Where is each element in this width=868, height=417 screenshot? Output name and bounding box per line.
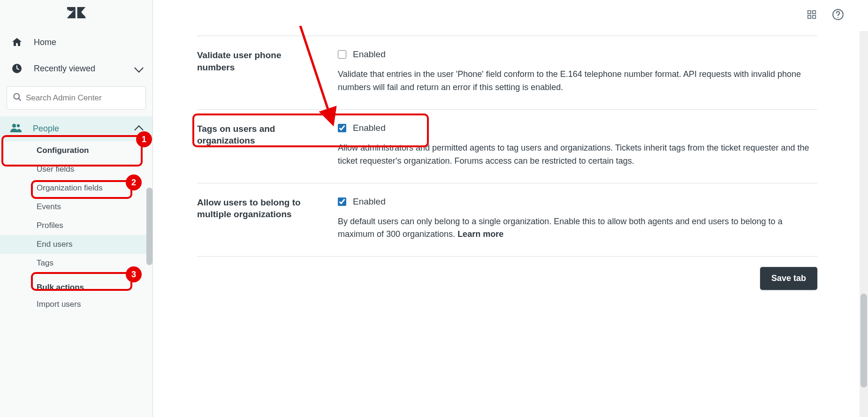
setting-multi-orgs: Allow users to belong to multiple organi… xyxy=(197,183,817,257)
people-icon xyxy=(10,123,23,135)
setting-validate-phone: Validate user phone numbers Enabled Vali… xyxy=(197,36,817,110)
search-icon xyxy=(13,92,22,104)
sidebar-scrollbar[interactable] xyxy=(146,188,152,265)
svg-rect-10 xyxy=(813,15,815,18)
subnav-import-users[interactable]: Import users xyxy=(37,295,152,314)
setting-validate-phone-checkbox[interactable] xyxy=(338,50,346,59)
subnav-people: Configuration User fields Organization f… xyxy=(0,141,152,314)
setting-multi-orgs-checkbox-label: Enabled xyxy=(353,197,386,207)
subnav-configuration-header[interactable]: Configuration xyxy=(37,141,152,160)
nav-recently-viewed[interactable]: Recently viewed xyxy=(0,55,152,82)
save-tab-button[interactable]: Save tab xyxy=(760,267,817,290)
subnav-end-users[interactable]: End users xyxy=(0,235,152,254)
apps-grid-button[interactable] xyxy=(805,8,818,21)
chevron-up-icon xyxy=(136,124,142,134)
svg-rect-9 xyxy=(808,15,811,18)
subnav-bulk-header: Bulk actions xyxy=(37,273,152,295)
chevron-down-icon xyxy=(136,64,142,74)
svg-rect-7 xyxy=(808,11,811,14)
home-icon xyxy=(10,37,23,48)
svg-point-3 xyxy=(14,94,20,99)
svg-point-6 xyxy=(17,124,20,127)
svg-rect-8 xyxy=(813,11,815,14)
search-input[interactable] xyxy=(26,93,140,103)
svg-line-4 xyxy=(19,99,21,101)
nav-recently-viewed-label: Recently viewed xyxy=(34,64,95,74)
group-people[interactable]: People xyxy=(0,116,152,141)
setting-tags-users-orgs-desc: Allow administrators and permitted agent… xyxy=(338,142,817,168)
setting-multi-orgs-desc-text: By default users can only belong to a si… xyxy=(338,217,783,239)
subnav-user-fields[interactable]: User fields xyxy=(37,160,152,179)
subnav-tags[interactable]: Tags xyxy=(37,254,152,273)
main-scrollbar-thumb[interactable] xyxy=(860,294,867,387)
topbar xyxy=(153,0,860,29)
main-content: Validate user phone numbers Enabled Vali… xyxy=(153,29,860,417)
setting-tags-users-orgs-label: Tags on users and organizations xyxy=(197,123,319,168)
zendesk-logo xyxy=(0,0,152,29)
subnav-events[interactable]: Events xyxy=(37,197,152,216)
subnav-organization-fields[interactable]: Organization fields xyxy=(37,179,152,197)
subnav-profiles[interactable]: Profiles xyxy=(37,216,152,235)
search-box[interactable] xyxy=(7,86,146,110)
setting-tags-users-orgs-checkbox[interactable] xyxy=(338,124,346,132)
main-scrollbar-track[interactable] xyxy=(860,31,868,417)
zendesk-logo-icon xyxy=(67,7,86,22)
setting-multi-orgs-label: Allow users to belong to multiple organi… xyxy=(197,197,319,242)
setting-tags-users-orgs-checkbox-label: Enabled xyxy=(353,123,386,133)
clock-icon xyxy=(10,63,23,74)
svg-point-5 xyxy=(12,124,16,128)
nav-home[interactable]: Home xyxy=(0,29,152,55)
setting-validate-phone-label: Validate user phone numbers xyxy=(197,49,319,94)
group-people-label: People xyxy=(33,124,59,134)
setting-tags-users-orgs: Tags on users and organizations Enabled … xyxy=(197,110,817,183)
svg-point-12 xyxy=(838,17,838,18)
search-container xyxy=(0,82,152,116)
sidebar: Home Recently viewed People Configuratio… xyxy=(0,0,153,417)
nav-home-label: Home xyxy=(34,38,56,47)
setting-multi-orgs-desc: By default users can only belong to a si… xyxy=(338,215,817,242)
setting-validate-phone-checkbox-label: Enabled xyxy=(353,49,386,60)
setting-multi-orgs-checkbox[interactable] xyxy=(338,197,346,206)
setting-validate-phone-desc: Validate that entries in the user 'Phone… xyxy=(338,68,817,94)
help-button[interactable] xyxy=(831,8,845,21)
learn-more-link[interactable]: Learn more xyxy=(457,229,503,239)
